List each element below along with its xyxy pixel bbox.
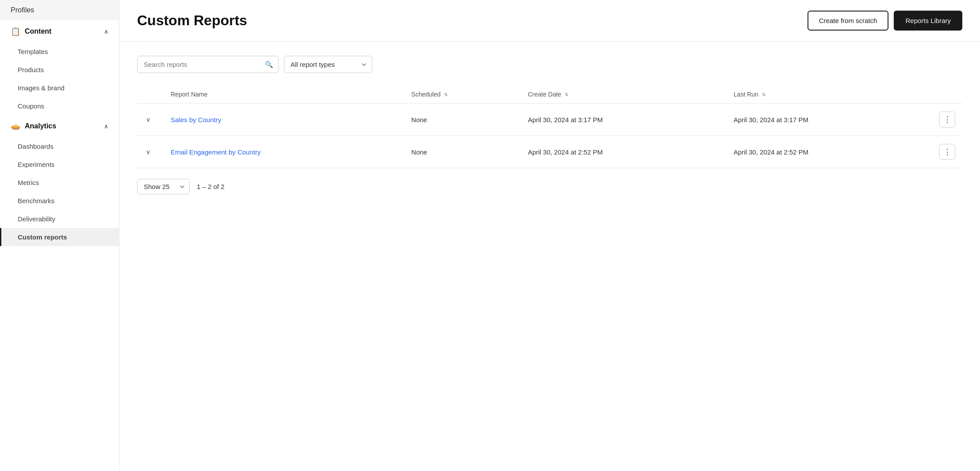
pagination-row: Show 10 Show 25 Show 50 Show 100 1 – 2 o… [137, 179, 962, 194]
row2-scheduled-cell: None [404, 136, 521, 168]
show-per-page-select[interactable]: Show 10 Show 25 Show 50 Show 100 [137, 179, 190, 194]
sidebar-item-deliverability[interactable]: Deliverability [0, 210, 119, 228]
search-input[interactable] [137, 56, 279, 73]
custom-reports-label: Custom reports [18, 233, 67, 241]
sidebar-item-profiles[interactable]: Profiles [0, 0, 119, 20]
col-expand [137, 85, 164, 104]
sidebar-item-templates[interactable]: Templates [0, 42, 119, 61]
col-last-run[interactable]: Last Run ⇅ [727, 85, 932, 104]
row1-scheduled: None [411, 116, 427, 124]
coupons-label: Coupons [18, 102, 44, 110]
sidebar: Profiles 📋 Content ∧ Templates Products … [0, 0, 119, 471]
row2-create-date-cell: April 30, 2024 at 2:52 PM [521, 136, 727, 168]
row1-expand-cell: ∨ [137, 104, 164, 136]
row2-last-run-cell: April 30, 2024 at 2:52 PM [727, 136, 932, 168]
row1-name-cell: Sales by Country [164, 104, 404, 136]
sidebar-item-experiments[interactable]: Experiments [0, 155, 119, 174]
row2-more-button[interactable]: ⋮ [939, 144, 955, 160]
report-type-filter[interactable]: All report types Sales Engagement Delive… [284, 56, 372, 73]
row2-name-cell: Email Engagement by Country [164, 136, 404, 168]
analytics-section-label: Analytics [25, 122, 56, 130]
row1-create-date-cell: April 30, 2024 at 3:17 PM [521, 104, 727, 136]
row2-expand-button[interactable]: ∨ [144, 147, 152, 157]
dashboards-label: Dashboards [18, 143, 54, 150]
pagination-info: 1 – 2 of 2 [197, 183, 225, 190]
page-title: Custom Reports [137, 12, 247, 29]
col-scheduled[interactable]: Scheduled ⇅ [404, 85, 521, 104]
row1-create-date: April 30, 2024 at 3:17 PM [528, 116, 603, 124]
create-date-sort-icon: ⇅ [565, 93, 568, 97]
templates-label: Templates [18, 48, 48, 55]
sidebar-item-benchmarks[interactable]: Benchmarks [0, 192, 119, 210]
sidebar-item-dashboards[interactable]: Dashboards [0, 137, 119, 155]
table-row: ∨ Sales by Country None April 30, 2024 a… [137, 104, 962, 136]
sidebar-section-analytics[interactable]: 🥧 Analytics ∧ [0, 115, 119, 137]
row2-report-name[interactable]: Email Engagement by Country [171, 148, 260, 156]
header-actions: Create from scratch Reports Library [808, 11, 962, 31]
sidebar-item-products[interactable]: Products [0, 61, 119, 79]
filters-row: 🔍 All report types Sales Engagement Deli… [137, 56, 962, 73]
sidebar-item-custom-reports[interactable]: Custom reports [0, 228, 119, 246]
sidebar-item-images-brand[interactable]: Images & brand [0, 79, 119, 97]
row1-scheduled-cell: None [404, 104, 521, 136]
content-area: 🔍 All report types Sales Engagement Deli… [119, 42, 980, 208]
page-header: Custom Reports Create from scratch Repor… [119, 0, 980, 42]
col-actions [932, 85, 962, 104]
images-brand-label: Images & brand [18, 84, 65, 92]
deliverability-label: Deliverability [18, 215, 55, 223]
search-icon: 🔍 [265, 61, 273, 69]
row1-report-name[interactable]: Sales by Country [171, 116, 221, 124]
benchmarks-label: Benchmarks [18, 197, 54, 205]
experiments-label: Experiments [18, 161, 54, 168]
analytics-icon: 🥧 [11, 121, 20, 131]
table-header-row: Report Name Scheduled ⇅ Create Date ⇅ La… [137, 85, 962, 104]
row2-scheduled: None [411, 148, 427, 156]
col-report-name: Report Name [164, 85, 404, 104]
search-wrapper: 🔍 [137, 56, 279, 73]
content-icon: 📋 [11, 27, 20, 36]
row1-actions-cell: ⋮ [932, 104, 962, 136]
sidebar-section-content[interactable]: 📋 Content ∧ [0, 20, 119, 42]
row1-last-run-cell: April 30, 2024 at 3:17 PM [727, 104, 932, 136]
profiles-label: Profiles [11, 6, 34, 14]
scheduled-sort-icon: ⇅ [444, 93, 448, 97]
table-row: ∨ Email Engagement by Country None April… [137, 136, 962, 168]
products-label: Products [18, 66, 44, 73]
sidebar-item-coupons[interactable]: Coupons [0, 97, 119, 115]
row1-more-button[interactable]: ⋮ [939, 112, 955, 127]
create-from-scratch-button[interactable]: Create from scratch [808, 11, 889, 31]
row2-expand-cell: ∨ [137, 136, 164, 168]
sidebar-item-metrics[interactable]: Metrics [0, 174, 119, 192]
row1-last-run: April 30, 2024 at 3:17 PM [734, 116, 808, 124]
col-create-date[interactable]: Create Date ⇅ [521, 85, 727, 104]
row2-create-date: April 30, 2024 at 2:52 PM [528, 148, 603, 156]
main-content: Custom Reports Create from scratch Repor… [119, 0, 980, 471]
reports-table: Report Name Scheduled ⇅ Create Date ⇅ La… [137, 85, 962, 168]
content-section-label: Content [25, 27, 51, 35]
metrics-label: Metrics [18, 179, 39, 186]
row2-actions-cell: ⋮ [932, 136, 962, 168]
content-chevron-icon: ∧ [104, 28, 108, 35]
reports-library-button[interactable]: Reports Library [894, 11, 962, 31]
last-run-sort-icon: ⇅ [762, 93, 766, 97]
row1-expand-button[interactable]: ∨ [144, 114, 152, 125]
analytics-chevron-icon: ∧ [104, 123, 108, 130]
row2-last-run: April 30, 2024 at 2:52 PM [734, 148, 808, 156]
